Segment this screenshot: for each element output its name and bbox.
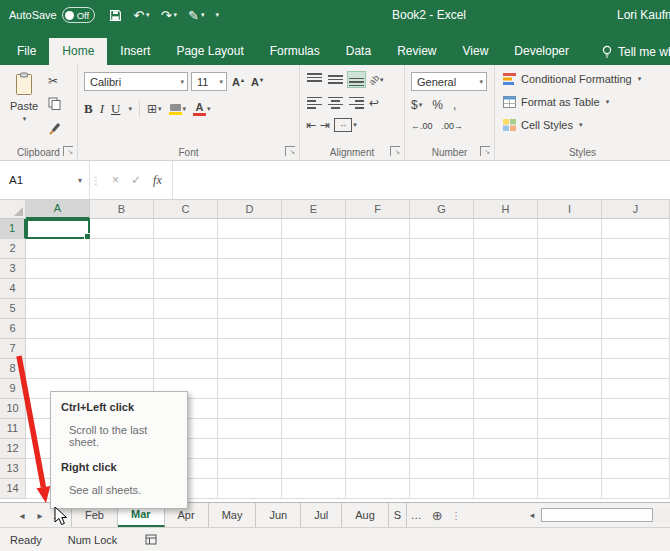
cell-G4[interactable] [410, 279, 474, 299]
ribbon-tab-home[interactable]: Home [49, 38, 107, 65]
cell-J1[interactable] [602, 219, 670, 239]
row-header-10[interactable]: 10 [0, 399, 26, 419]
cell-B7[interactable] [90, 339, 154, 359]
cell-I11[interactable] [538, 419, 602, 439]
cell-E2[interactable] [282, 239, 346, 259]
underline-button[interactable]: U [111, 101, 120, 117]
cell-B6[interactable] [90, 319, 154, 339]
hidden-tabs-right-icon[interactable]: … [407, 503, 425, 527]
ribbon-tab-formulas[interactable]: Formulas [257, 38, 333, 65]
cell-D6[interactable] [218, 319, 282, 339]
column-header-F[interactable]: F [346, 200, 410, 219]
scrollbar-thumb[interactable] [541, 508, 653, 522]
cell-I8[interactable] [538, 359, 602, 379]
cell-D1[interactable] [218, 219, 282, 239]
cell-A1[interactable] [26, 219, 90, 239]
cell-C2[interactable] [154, 239, 218, 259]
borders-button[interactable]: ⊞▾ [147, 102, 162, 116]
cell-G6[interactable] [410, 319, 474, 339]
cell-I12[interactable] [538, 439, 602, 459]
cell-D3[interactable] [218, 259, 282, 279]
cell-C7[interactable] [154, 339, 218, 359]
undo-button[interactable]: ↶ ▾ [133, 8, 149, 23]
column-header-I[interactable]: I [538, 200, 602, 219]
cell-H5[interactable] [474, 299, 538, 319]
cell-B2[interactable] [90, 239, 154, 259]
cell-G8[interactable] [410, 359, 474, 379]
row-header-7[interactable]: 7 [0, 339, 26, 359]
cell-F11[interactable] [346, 419, 410, 439]
sheet-tab-jun[interactable]: Jun [256, 503, 301, 527]
row-header-4[interactable]: 4 [0, 279, 26, 299]
cell-H2[interactable] [474, 239, 538, 259]
cell-D5[interactable] [218, 299, 282, 319]
font-color-button[interactable]: A ▾ [193, 102, 211, 116]
cell-B1[interactable] [90, 219, 154, 239]
cell-C4[interactable] [154, 279, 218, 299]
cell-G13[interactable] [410, 459, 474, 479]
column-header-D[interactable]: D [218, 200, 282, 219]
cell-G11[interactable] [410, 419, 474, 439]
cell-E6[interactable] [282, 319, 346, 339]
column-header-C[interactable]: C [154, 200, 218, 219]
ribbon-tab-data[interactable]: Data [333, 38, 384, 65]
cell-E1[interactable] [282, 219, 346, 239]
cell-I6[interactable] [538, 319, 602, 339]
cell-J12[interactable] [602, 439, 670, 459]
row-header-13[interactable]: 13 [0, 459, 26, 479]
cell-E12[interactable] [282, 439, 346, 459]
cell-E4[interactable] [282, 279, 346, 299]
cell-I10[interactable] [538, 399, 602, 419]
cell-C1[interactable] [154, 219, 218, 239]
cell-I5[interactable] [538, 299, 602, 319]
cell-A7[interactable] [26, 339, 90, 359]
cell-I2[interactable] [538, 239, 602, 259]
cell-E8[interactable] [282, 359, 346, 379]
name-box[interactable]: A1 ▾ [0, 161, 90, 199]
shrink-font-button[interactable]: A▾ [249, 76, 265, 88]
cell-B8[interactable] [90, 359, 154, 379]
save-button[interactable] [109, 9, 122, 22]
paste-button[interactable]: Paste ▾ [5, 72, 43, 123]
cell-D4[interactable] [218, 279, 282, 299]
sheet-tab-partial[interactable]: S [389, 503, 407, 527]
cell-C8[interactable] [154, 359, 218, 379]
cell-H11[interactable] [474, 419, 538, 439]
row-header-9[interactable]: 9 [0, 379, 26, 399]
increase-indent-button[interactable]: ⇥ [320, 118, 330, 132]
cell-F6[interactable] [346, 319, 410, 339]
cell-D14[interactable] [218, 479, 282, 499]
cell-C3[interactable] [154, 259, 218, 279]
tell-me-box[interactable]: Tell me what you want to do [601, 45, 670, 59]
cell-D9[interactable] [218, 379, 282, 399]
bottom-align-button[interactable] [348, 72, 365, 87]
row-header-1[interactable]: 1 [0, 219, 26, 239]
cell-E11[interactable] [282, 419, 346, 439]
cell-E9[interactable] [282, 379, 346, 399]
cell-E13[interactable] [282, 459, 346, 479]
cell-G3[interactable] [410, 259, 474, 279]
row-header-6[interactable]: 6 [0, 319, 26, 339]
cell-E10[interactable] [282, 399, 346, 419]
decrease-decimal-button[interactable]: .00→ [442, 121, 464, 131]
autosave-toggle[interactable]: AutoSave Off [9, 7, 95, 23]
cell-J5[interactable] [602, 299, 670, 319]
cell-I14[interactable] [538, 479, 602, 499]
number-dialog-launcher[interactable]: ↘ [480, 146, 490, 156]
cell-G7[interactable] [410, 339, 474, 359]
row-header-8[interactable]: 8 [0, 359, 26, 379]
cell-B5[interactable] [90, 299, 154, 319]
cell-J8[interactable] [602, 359, 670, 379]
cell-A8[interactable] [26, 359, 90, 379]
cell-I13[interactable] [538, 459, 602, 479]
cell-D8[interactable] [218, 359, 282, 379]
row-header-12[interactable]: 12 [0, 439, 26, 459]
cell-J11[interactable] [602, 419, 670, 439]
cell-I9[interactable] [538, 379, 602, 399]
cancel-button[interactable]: × [112, 173, 119, 187]
align-center-button[interactable] [327, 95, 344, 110]
cell-G1[interactable] [410, 219, 474, 239]
next-sheet-button[interactable]: ▸ [31, 503, 49, 527]
column-header-G[interactable]: G [410, 200, 474, 219]
ribbon-tab-insert[interactable]: Insert [107, 38, 163, 65]
